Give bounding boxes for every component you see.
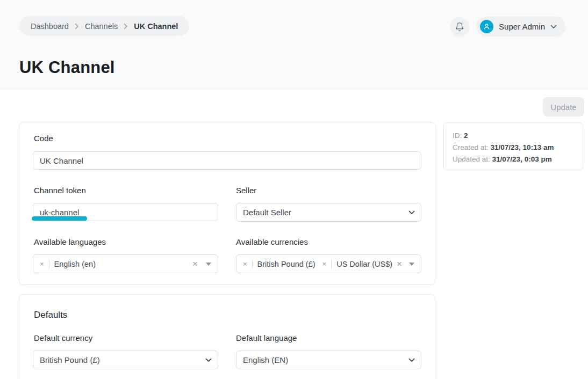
meta-id-row: ID: 2 [453,130,574,142]
available-currencies-label: Available currencies [236,237,308,246]
available-languages-multiselect[interactable]: × English (en) × [33,254,218,273]
selected-language-chip: × English (en) [40,259,96,268]
avatar [480,20,493,33]
user-name: Super Admin [499,22,545,31]
triangle-down-icon[interactable] [409,263,414,266]
meta-created-row: Created at: 31/07/23, 10:13 am [453,142,574,154]
id-label: ID: [453,132,462,140]
chip-label: British Pound (£) [257,260,315,268]
chip-divider [331,259,332,268]
defaults-card: Defaults Default currency British Pound … [19,294,435,379]
page-title: UK Channel [19,58,115,77]
id-value: 2 [464,132,468,140]
seller-select[interactable]: Default Seller [236,203,421,222]
breadcrumb: Dashboard Channels UK Channel [19,16,189,36]
code-input[interactable] [33,151,421,170]
entity-meta-card: ID: 2 Created at: 31/07/23, 10:13 am Upd… [443,122,583,170]
default-language-select[interactable]: English (EN) [236,351,421,369]
topbar-right-cluster: Super Admin [450,17,565,37]
person-icon [483,23,491,31]
remove-item-icon[interactable]: × [243,260,247,267]
update-button[interactable]: Update [543,97,584,116]
updated-at-label: Updated at: [453,155,490,163]
selected-currency-chip: × US Dollar (US$) [322,259,393,268]
remove-item-icon[interactable]: × [322,260,327,267]
remove-item-icon[interactable]: × [40,260,44,267]
chip-label: English (en) [54,260,96,268]
chip-divider [49,259,49,268]
created-at-label: Created at: [453,143,489,151]
chevron-right-icon [75,23,79,30]
token-highlight-annotation [32,216,87,221]
updated-at-value: 31/07/23, 0:03 pm [492,155,552,163]
selected-currency-chip: × British Pound (£) [243,259,315,268]
meta-updated-row: Updated at: 31/07/23, 0:03 pm [453,154,574,165]
breadcrumb-item-dashboard[interactable]: Dashboard [31,22,69,31]
available-languages-label: Available languages [34,237,106,246]
default-language-label: Default language [236,333,297,342]
clear-all-icon[interactable]: × [192,259,198,268]
defaults-heading: Defaults [34,310,67,320]
channel-token-label: Channel token [34,186,86,195]
available-currencies-multiselect[interactable]: × British Pound (£) × US Dollar (US$) × [236,254,421,273]
default-currency-select[interactable]: British Pound (£) [33,351,218,369]
chip-label: US Dollar (US$) [336,260,392,268]
channel-form-card: Code Channel token Seller Default Seller… [19,122,435,285]
notifications-button[interactable] [450,17,469,37]
channel-detail-page: Dashboard Channels UK Channel [0,0,588,379]
code-label: Code [34,134,53,143]
clear-all-icon[interactable]: × [397,259,402,268]
chip-divider [252,259,253,268]
default-currency-label: Default currency [34,333,92,342]
chevron-right-icon [124,23,128,30]
chevron-down-icon [550,25,557,29]
user-menu-button[interactable]: Super Admin [476,17,565,37]
breadcrumb-item-channels[interactable]: Channels [85,22,118,31]
breadcrumb-item-current: UK Channel [134,22,178,31]
page-header: Dashboard Channels UK Channel [0,0,588,89]
bell-icon [455,22,464,32]
seller-label: Seller [236,186,256,195]
triangle-down-icon[interactable] [206,263,211,266]
created-at-value: 31/07/23, 10:13 am [491,143,554,151]
